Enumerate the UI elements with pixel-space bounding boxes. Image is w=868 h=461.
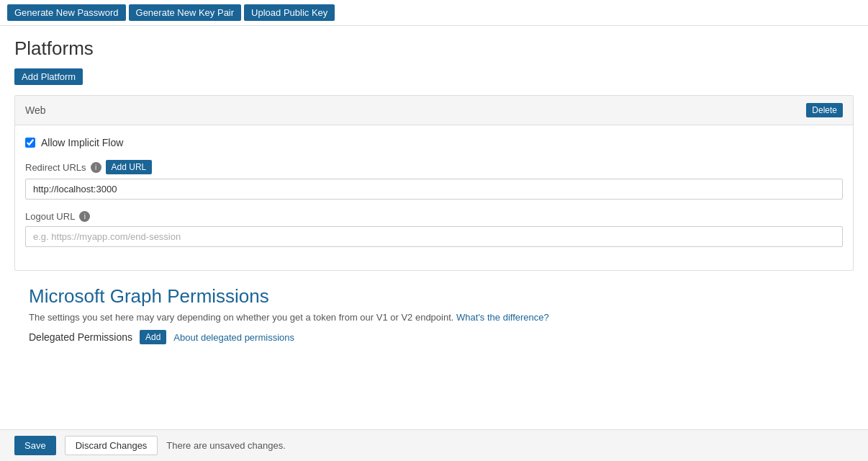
delegated-permissions-row: Delegated Permissions Add About delegate… — [29, 330, 839, 344]
main-content: Platforms Add Platform Web Delete Allow … — [0, 26, 868, 362]
add-url-button[interactable]: Add URL — [106, 160, 153, 174]
graph-permissions-description: The settings you set here may vary depen… — [29, 312, 839, 323]
logout-url-info-icon: i — [79, 211, 90, 222]
graph-permissions-title: Microsoft Graph Permissions — [29, 285, 839, 308]
redirect-urls-label: Redirect URLs — [25, 162, 86, 173]
redirect-urls-info-icon: i — [91, 162, 101, 173]
web-platform-card: Web Delete Allow Implicit Flow Redirect … — [14, 95, 854, 271]
logout-url-input[interactable] — [25, 226, 843, 247]
logout-url-row: Logout URL i — [25, 211, 843, 247]
delete-platform-button[interactable]: Delete — [806, 103, 843, 117]
redirect-url-input[interactable] — [25, 179, 843, 200]
add-delegated-button[interactable]: Add — [140, 330, 166, 344]
redirect-urls-row: Redirect URLs i Add URL — [25, 160, 843, 200]
generate-key-pair-button[interactable]: Generate New Key Pair — [129, 4, 242, 21]
allow-implicit-flow-label: Allow Implicit Flow — [41, 137, 123, 148]
allow-implicit-flow-row: Allow Implicit Flow — [25, 137, 843, 148]
delegated-permissions-label: Delegated Permissions — [29, 331, 132, 343]
redirect-urls-label-row: Redirect URLs i Add URL — [25, 160, 843, 174]
allow-implicit-flow-checkbox[interactable] — [25, 138, 35, 148]
platforms-title: Platforms — [14, 37, 854, 60]
top-action-bar: Generate New Password Generate New Key P… — [0, 0, 868, 26]
logout-url-label: Logout URL — [25, 211, 75, 222]
generate-password-button[interactable]: Generate New Password — [7, 4, 126, 21]
whats-the-difference-link[interactable]: What's the difference? — [456, 312, 549, 323]
platform-card-header: Web Delete — [15, 96, 853, 125]
about-delegated-link[interactable]: About delegated permissions — [173, 332, 294, 343]
upload-public-key-button[interactable]: Upload Public Key — [244, 4, 335, 21]
platform-type-label: Web — [25, 104, 46, 116]
add-platform-button[interactable]: Add Platform — [14, 68, 83, 85]
logout-url-label-row: Logout URL i — [25, 211, 843, 222]
graph-permissions-section: Microsoft Graph Permissions The settings… — [14, 285, 854, 344]
platform-card-body: Allow Implicit Flow Redirect URLs i Add … — [15, 125, 853, 270]
